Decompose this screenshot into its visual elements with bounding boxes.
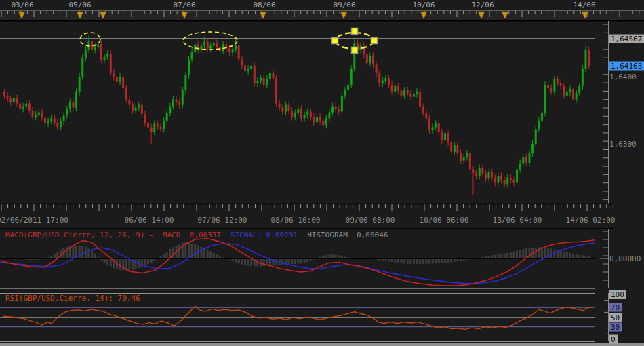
candle-body: [450, 142, 452, 152]
candle-body: [238, 46, 240, 60]
candle-body: [376, 64, 378, 73]
candle-body: [128, 100, 130, 105]
candle-body: [516, 170, 518, 183]
candle-body: [47, 121, 49, 123]
alert-price-badge[interactable]: 1,64567: [609, 34, 644, 43]
candle-body: [50, 118, 52, 121]
macd-histogram-bar: [294, 258, 296, 264]
price-axis-label: 1,6300: [609, 140, 637, 149]
candle-body: [263, 78, 265, 85]
macd-histogram-bar: [572, 254, 574, 258]
candle-body: [203, 42, 205, 46]
macd-histogram-bar: [407, 258, 409, 264]
candle-body: [297, 109, 299, 113]
rsi-indicator-label[interactable]: RSI(GBP/USD.Cierre, 14): 70,46: [5, 294, 140, 303]
candle-body: [588, 50, 590, 66]
macd-histogram-bar: [560, 251, 562, 259]
date-label: 09/06: [333, 1, 355, 9]
candle-body: [97, 45, 99, 47]
candle-body: [456, 145, 458, 153]
macd-indicator-label[interactable]: MACD(GBP/USD.Cierre, 12, 26, 9) - MACD 0…: [5, 231, 388, 239]
candle-body: [106, 54, 108, 57]
candle-body: [394, 86, 396, 92]
candle-body: [338, 109, 340, 112]
candle-body: [150, 128, 153, 132]
candle-body: [235, 46, 237, 50]
date-label: 07/06: [173, 1, 195, 9]
candle-body: [291, 111, 293, 117]
candle-body: [535, 129, 537, 144]
candle-body: [388, 78, 390, 85]
candle-body: [207, 42, 209, 49]
candle-body: [279, 104, 281, 108]
candle-body: [466, 153, 468, 157]
candle-body: [54, 118, 56, 122]
top-ruler-strip[interactable]: [0, 10, 644, 20]
macd-label-main: MACD(GBP/USD.Cierre, 12, 26, 9) - MACD 0…: [5, 231, 221, 239]
candle-body: [182, 90, 184, 105]
candle-body: [322, 121, 324, 125]
macd-histogram-bar: [87, 248, 89, 258]
current-price-badge[interactable]: 1,64163: [609, 61, 644, 70]
candle-body: [285, 105, 287, 112]
candle-body: [66, 109, 68, 116]
candle-body: [63, 115, 65, 121]
rsi-label-text: RSI(GBP/USD.Cierre, 14): 70,46: [5, 294, 140, 303]
candle-body: [113, 73, 115, 77]
candle-body: [166, 113, 168, 121]
time-axis-label: 09/06 08:00: [346, 216, 395, 225]
macd-histogram-bar: [300, 258, 302, 264]
horizontal-scrollbar[interactable]: [0, 343, 644, 346]
candle-body: [528, 153, 530, 163]
selection-handle[interactable]: [352, 28, 358, 35]
candle-body: [463, 157, 465, 160]
candle-body: [347, 85, 349, 90]
macd-histogram-bar: [128, 258, 130, 271]
candle-body: [313, 117, 315, 122]
candle-body: [519, 164, 521, 170]
candle-body: [538, 121, 540, 129]
time-axis-label: 13/06 04:00: [493, 216, 542, 225]
macd-histogram-bar: [209, 251, 212, 258]
candle-body: [544, 85, 546, 113]
candle-body: [122, 77, 124, 88]
candle-body: [163, 121, 165, 129]
macd-histogram-bar: [425, 258, 427, 264]
candle-body: [25, 104, 27, 107]
trading-chart-window: 03/0605/0607/0608/0609/0610/0612/0614/06…: [0, 0, 644, 346]
candle-body: [28, 104, 31, 111]
candle-body: [288, 105, 290, 111]
candle-body: [110, 54, 112, 73]
candle-body: [416, 92, 418, 94]
macd-histogram-bar: [250, 258, 252, 266]
candle-body: [425, 113, 427, 118]
candle-body: [213, 43, 215, 46]
candle-body: [191, 52, 193, 59]
candle-body: [500, 176, 502, 180]
candle-body: [469, 153, 471, 170]
candle-body: [413, 94, 415, 97]
candle-body: [119, 77, 121, 82]
macd-histogram-bar: [110, 258, 112, 267]
rsi-axis-label-0: 0: [609, 335, 618, 344]
candle-body: [7, 96, 9, 99]
candle-body: [241, 59, 243, 65]
candle-body: [3, 92, 5, 96]
ellipse-annotation[interactable]: [80, 33, 100, 46]
candle-body: [178, 102, 180, 105]
macd-histogram-bar: [403, 258, 405, 263]
macd-histogram-bar: [247, 258, 249, 266]
candle-body: [512, 180, 515, 183]
rsi-axis-label-100: 100: [609, 290, 626, 299]
date-label: 14/06: [573, 1, 595, 9]
rsi-axis-label-50: 50: [609, 313, 622, 322]
candle-body: [153, 123, 155, 132]
candle-body: [563, 86, 565, 96]
selection-handle[interactable]: [352, 47, 358, 54]
selection-handle[interactable]: [371, 38, 378, 44]
macd-histogram-bar: [72, 246, 74, 258]
candle-body: [306, 112, 308, 115]
candle-body: [56, 123, 58, 127]
macd-histogram-bar: [207, 249, 209, 258]
selection-handle[interactable]: [332, 38, 338, 44]
